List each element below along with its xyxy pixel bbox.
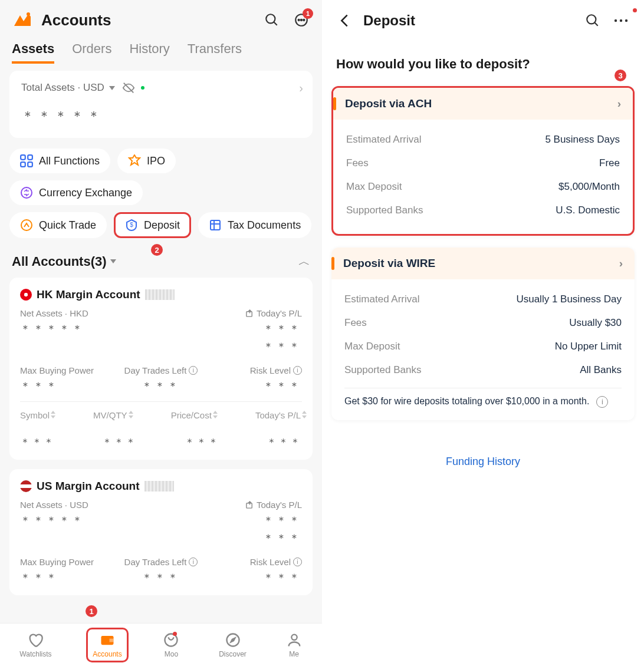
svg-point-14 <box>21 220 32 230</box>
svg-rect-10 <box>21 162 25 167</box>
pl-value-2: ＊＊＊ <box>245 531 302 545</box>
svg-rect-9 <box>28 155 32 160</box>
total-assets-card[interactable]: Total Assets · USD › ＊＊＊＊＊ <box>9 71 313 138</box>
deposit-row-label: Fees <box>346 157 369 169</box>
svg-marker-25 <box>231 638 235 642</box>
svg-rect-20 <box>247 503 252 508</box>
deposit-method-ach[interactable]: Deposit via ACH › Estimated Arrival5 Bus… <box>331 86 635 236</box>
tab-assets[interactable]: Assets <box>12 41 54 64</box>
messages-icon[interactable]: 1 <box>293 11 310 29</box>
svg-point-6 <box>303 19 304 21</box>
back-arrow-icon[interactable] <box>336 12 353 29</box>
trade-icon <box>20 219 33 232</box>
deposit-header: Deposit <box>322 0 644 39</box>
svg-rect-16 <box>211 220 220 230</box>
svg-rect-8 <box>21 155 25 160</box>
account-card-us[interactable]: US Margin Account Net Assets · USD ＊＊＊＊＊… <box>9 469 313 595</box>
deposit-row-label: Estimated Arrival <box>346 134 422 146</box>
th-symbol[interactable]: Symbol <box>20 410 51 420</box>
chip-ipo[interactable]: IPO <box>117 149 176 173</box>
search-icon[interactable] <box>263 11 281 29</box>
deposit-row-value: Usually 1 Business Day <box>516 293 622 305</box>
chevron-right-icon: › <box>617 97 621 110</box>
svg-rect-22 <box>110 639 114 642</box>
callout-3: 3 <box>615 70 626 81</box>
callout-1: 1 <box>86 605 97 617</box>
pl-value-1: ＊＊＊ <box>245 513 302 527</box>
svg-text:$: $ <box>130 222 133 228</box>
nav-moo[interactable]: Moo <box>158 629 184 661</box>
deposit-method-title: Deposit via WIRE <box>343 257 435 270</box>
metric-label: Day Trades Left <box>124 557 187 567</box>
page-title: Accounts <box>41 11 255 29</box>
total-assets-label: Total Assets · USD <box>21 82 104 94</box>
deposit-row-label: Supported Banks <box>344 364 421 376</box>
account-card-hk[interactable]: HK Margin Account Net Assets · HKD ＊＊＊＊＊… <box>9 278 313 460</box>
svg-point-31 <box>625 19 627 22</box>
person-icon <box>286 632 303 648</box>
deposit-screen: Deposit How would you like to deposit? 3… <box>322 0 644 663</box>
svg-line-2 <box>274 22 277 25</box>
metric-label: Max Buying Power <box>20 557 94 567</box>
deposit-method-title: Deposit via ACH <box>345 97 432 110</box>
svg-point-26 <box>291 635 297 640</box>
nav-me[interactable]: Me <box>281 629 307 661</box>
more-icon[interactable] <box>612 12 630 29</box>
net-assets-value: ＊＊＊＊＊ <box>20 513 88 527</box>
chip-deposit[interactable]: $ Deposit <box>114 212 191 238</box>
metric-label: Day Trades Left <box>124 365 187 375</box>
net-assets-label: Net Assets · USD <box>20 500 88 510</box>
metric-value: ＊＊＊ <box>114 379 208 393</box>
deposit-row-label: Supported Banks <box>346 204 423 216</box>
svg-line-28 <box>594 22 597 25</box>
eye-off-icon[interactable] <box>122 81 135 94</box>
share-icon[interactable] <box>245 309 254 318</box>
collapse-caret-icon[interactable]: ︿ <box>298 253 310 269</box>
page-title: Deposit <box>363 12 573 29</box>
chip-currency-exchange[interactable]: Currency Exchange <box>9 180 143 205</box>
deposit-method-header[interactable]: Deposit via WIRE › <box>331 248 635 279</box>
holdings-table-row: ＊＊＊ ＊＊＊ ＊＊＊ ＊＊＊ <box>20 436 302 449</box>
svg-marker-12 <box>129 155 140 165</box>
app-logo-icon <box>12 9 33 31</box>
net-assets-label: Net Assets · HKD <box>20 308 88 318</box>
info-icon[interactable]: i <box>189 558 198 566</box>
nav-accounts[interactable]: Accounts <box>86 628 128 662</box>
nav-discover[interactable]: Discover <box>214 629 251 661</box>
th-pl[interactable]: Today's P/L <box>255 410 302 420</box>
metric-value: ＊＊＊ <box>20 379 114 393</box>
th-mvqty[interactable]: MV/QTY <box>93 410 129 420</box>
currency-caret-icon[interactable] <box>109 86 115 90</box>
section-tabs: Assets Orders History Transfers <box>0 38 322 64</box>
funding-history-link[interactable]: Funding History <box>322 432 644 492</box>
divider <box>344 388 622 388</box>
share-icon[interactable] <box>245 500 254 509</box>
info-icon[interactable]: i <box>189 366 198 375</box>
chip-tax-documents[interactable]: Tax Documents <box>198 212 311 238</box>
redacted-account-id <box>144 481 174 492</box>
messages-badge: 1 <box>303 8 313 19</box>
info-icon[interactable]: i <box>293 366 302 375</box>
chip-label: Deposit <box>144 219 180 232</box>
account-name: HK Margin Account <box>37 288 140 301</box>
accounts-header: Accounts 1 <box>0 0 322 38</box>
search-icon[interactable] <box>584 12 602 29</box>
tab-history[interactable]: History <box>129 41 169 64</box>
metric-label: Risk Level <box>250 557 291 567</box>
info-icon[interactable]: i <box>596 396 608 408</box>
chip-quick-trade[interactable]: Quick Trade <box>9 212 107 238</box>
info-icon[interactable]: i <box>293 558 302 566</box>
deposit-method-header[interactable]: Deposit via ACH › <box>333 88 633 120</box>
deposit-question: How would you like to deposit? <box>322 39 644 86</box>
all-accounts-label: All Accounts(3) <box>12 254 107 269</box>
tab-transfers[interactable]: Transfers <box>188 41 242 64</box>
th-pricecost[interactable]: Price/Cost <box>171 410 213 420</box>
deposit-method-wire[interactable]: Deposit via WIRE › Estimated ArrivalUsua… <box>331 248 635 420</box>
chip-all-functions[interactable]: All Functions <box>9 149 110 173</box>
chip-label: Tax Documents <box>228 219 301 232</box>
wire-promo-note: Get $30 for wire deposits totaling over … <box>344 394 622 408</box>
tab-orders[interactable]: Orders <box>72 41 111 64</box>
connection-status-dot <box>141 86 144 90</box>
net-assets-value: ＊＊＊＊＊ <box>20 322 88 336</box>
nav-watchlists[interactable]: Watchlists <box>15 629 56 661</box>
